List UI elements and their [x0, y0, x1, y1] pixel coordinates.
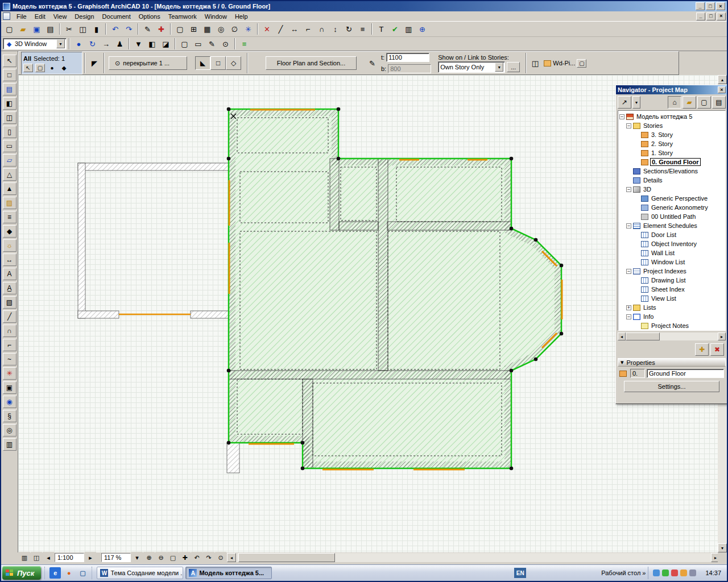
tree-item-project-indexes[interactable]: −Project Indexes: [618, 267, 725, 276]
window-selector-combo[interactable]: ◈ 3D Window ▾: [3, 38, 67, 49]
scroll-down-icon[interactable]: ▾: [718, 543, 727, 552]
horizontal-scroll-thumb[interactable]: [238, 553, 335, 562]
tree-item-info[interactable]: −Info: [618, 312, 725, 321]
tree-expand-icon[interactable]: −: [626, 123, 631, 128]
properties-header[interactable]: ▾ Properties: [618, 358, 726, 367]
section-tool[interactable]: §: [3, 410, 16, 422]
cutting-plane-icon[interactable]: ◧: [146, 38, 159, 50]
tree-item-sheet-index[interactable]: Sheet Index: [618, 285, 725, 294]
flag-icon[interactable]: ◤: [87, 56, 102, 70]
slab-tool[interactable]: ▱: [3, 154, 16, 167]
zoom-in-icon[interactable]: ⊕: [143, 552, 155, 563]
inject-parameters-icon[interactable]: ✚: [155, 23, 168, 35]
tree-expand-icon[interactable]: +: [626, 305, 631, 310]
tree-item-details[interactable]: Details: [618, 176, 725, 185]
polyline-tool[interactable]: ⌐: [3, 339, 16, 351]
navigator-horizontal-scrollbar[interactable]: ◂ ▸: [618, 332, 726, 340]
scale-indicator[interactable]: 1:100: [55, 553, 84, 562]
scale-left-arrow[interactable]: ◂: [43, 552, 54, 563]
new-document-icon[interactable]: ▢: [3, 23, 16, 35]
zoom-box-icon[interactable]: ▢: [167, 552, 179, 563]
arc-tool[interactable]: ∩: [3, 325, 16, 337]
hotspot-tool[interactable]: ✳: [3, 367, 16, 380]
roof-tool[interactable]: △: [3, 168, 16, 181]
taskbar-clock[interactable]: 14:37: [701, 569, 726, 576]
lamp-tool[interactable]: ☼: [3, 239, 16, 252]
tree-expand-icon[interactable]: −: [619, 114, 624, 119]
menu-help[interactable]: Help: [231, 12, 252, 21]
layers-icon[interactable]: ▥: [402, 23, 415, 35]
tree-item-stories[interactable]: −Stories: [618, 121, 725, 130]
marquee-toolbox-icon[interactable]: ▢: [35, 64, 45, 72]
walk-icon[interactable]: ♟: [113, 38, 126, 50]
combo-arrow-icon[interactable]: ▾: [56, 39, 65, 48]
view-map-button[interactable]: ▰: [682, 96, 696, 109]
tree-expand-icon[interactable]: −: [626, 187, 631, 192]
quick-launch-browser[interactable]: e: [49, 567, 61, 579]
tray-update-icon[interactable]: [680, 569, 687, 576]
mdi-close-button[interactable]: ×: [717, 13, 726, 20]
floor-plan-section-button[interactable]: Floor Plan and Section...: [266, 56, 357, 70]
stair-tool[interactable]: ≡: [3, 211, 16, 223]
layout-book-button[interactable]: ▢: [697, 96, 711, 109]
settings-button[interactable]: Settings...: [624, 381, 719, 392]
mirror-icon[interactable]: ≡: [356, 23, 369, 35]
project-chooser-arrow-icon[interactable]: ▾: [632, 96, 640, 109]
tree-item-object-inventory[interactable]: Object Inventory: [618, 239, 725, 248]
horizontal-scrollbar[interactable]: ◂ ▸: [227, 553, 720, 562]
geometry-polygon-button[interactable]: ◣: [195, 56, 210, 70]
tree-expand-icon[interactable]: −: [626, 269, 631, 274]
menu-file[interactable]: File: [13, 12, 31, 21]
menu-options[interactable]: Options: [135, 12, 164, 21]
language-indicator[interactable]: EN: [514, 568, 526, 578]
explore-icon[interactable]: →: [100, 38, 113, 50]
arrow-toolbox-icon[interactable]: ↖: [23, 64, 33, 72]
story-name-field[interactable]: Ground Floor: [647, 369, 724, 378]
intersect-icon[interactable]: ⌐: [301, 23, 315, 35]
marquee-icon[interactable]: ▢: [173, 23, 187, 35]
column-tool[interactable]: ▯: [3, 126, 16, 138]
worksheet-tool[interactable]: ▥: [3, 438, 16, 451]
tree-item-project-notes[interactable]: Project Notes: [618, 321, 725, 330]
ink-icon[interactable]: ●: [47, 64, 57, 72]
project-chooser-button[interactable]: ↗: [618, 96, 631, 109]
tree-item-sections-elevations[interactable]: Sections/Elevations: [618, 167, 725, 176]
tree-item-story-0-ground-floor[interactable]: 0. Ground Floor: [618, 157, 725, 167]
tray-antivirus-icon[interactable]: [662, 569, 669, 576]
paste-icon[interactable]: ▮: [90, 23, 103, 35]
geometry-rectangle-button[interactable]: □: [210, 56, 226, 70]
snap-grid-icon[interactable]: ▦: [201, 23, 214, 35]
rotate-icon[interactable]: ↻: [342, 23, 355, 35]
3d-projection-icon[interactable]: ●: [72, 38, 85, 50]
quick-layers-icon[interactable]: ≡: [238, 38, 251, 50]
arrow-tool[interactable]: ↖: [3, 55, 16, 67]
stories-arrow-icon[interactable]: ▾: [495, 63, 503, 72]
adjust-icon[interactable]: ↔: [288, 23, 301, 35]
menu-window[interactable]: Window: [201, 12, 231, 21]
label-tool[interactable]: A̲: [3, 282, 16, 294]
menu-design[interactable]: Design: [71, 12, 98, 21]
text-block-icon[interactable]: T: [375, 23, 388, 35]
chimney-wall[interactable]: [227, 443, 239, 473]
default-settings-button[interactable]: ⊙ перекрытие 1 ...: [109, 56, 187, 70]
text-tool[interactable]: A: [3, 268, 16, 280]
scroll-left-icon[interactable]: ◂: [227, 553, 236, 562]
door-tool[interactable]: ◧: [3, 97, 16, 110]
scroll-left-icon[interactable]: ◂: [618, 332, 626, 340]
hammer-icon[interactable]: ◆: [59, 64, 69, 72]
split-icon[interactable]: ╱: [274, 23, 287, 35]
porch-walls[interactable]: [78, 163, 229, 318]
zoom-menu-arrow[interactable]: ▾: [131, 552, 143, 563]
tree-item-project[interactable]: −Модель коттеджа 5: [618, 112, 725, 121]
menu-view[interactable]: View: [49, 12, 71, 21]
copy-icon[interactable]: ◫: [76, 23, 89, 35]
redo-icon[interactable]: ↷: [122, 23, 135, 35]
zoom-indicator[interactable]: 117 %: [101, 553, 131, 562]
drawing-icon[interactable]: ▭: [192, 38, 205, 50]
3d-section-icon[interactable]: ◪: [159, 38, 172, 50]
new-viewpoint-button[interactable]: ✚: [695, 343, 709, 356]
stories-more-button[interactable]: ...: [507, 62, 520, 72]
page-icon[interactable]: ▢: [577, 59, 586, 68]
tree-item-untitled-path[interactable]: 00 Untitled Path: [618, 212, 725, 221]
taskbar-item-document[interactable]: W Тема Создание модели ...: [97, 567, 183, 579]
